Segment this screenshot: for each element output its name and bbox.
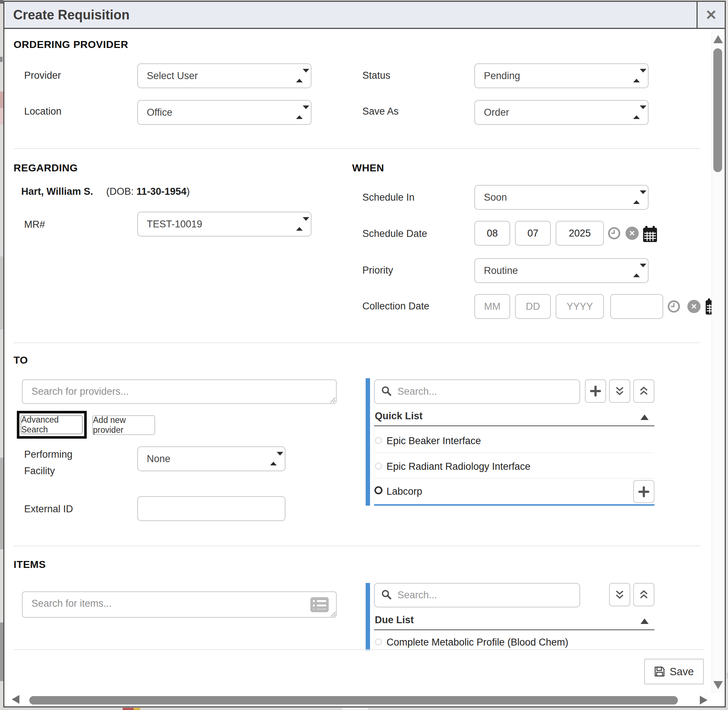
schedule-day-input[interactable] [515,221,551,246]
scroll-up-arrow-icon[interactable] [713,35,723,43]
scroll-down-arrow-icon[interactable] [713,681,723,689]
quick-list-search[interactable] [374,379,580,404]
scroll-left-arrow-icon[interactable] [12,695,19,704]
ordering-provider-header: ORDERING PROVIDER [13,39,128,51]
provider-select[interactable]: Select User [137,63,312,88]
updown-caret-icon [270,456,277,462]
status-select[interactable]: Pending [475,63,649,88]
to-header: TO [13,355,28,366]
patient-dob: (DOB: 11-30-1954) [106,186,190,197]
mr-label: MR# [24,219,45,230]
mr-select[interactable]: TEST-10019 [137,212,312,236]
provider-value: Select User [147,70,290,82]
background-fragment [0,622,3,681]
collection-year-input[interactable] [556,294,604,319]
double-chevron-up-icon [639,386,649,396]
due-list-title: Due List [375,615,414,626]
background-fragment [342,708,368,710]
close-button[interactable]: ✕ [697,2,725,28]
radio-selected-icon[interactable] [374,486,382,494]
due-list-search[interactable] [374,583,580,607]
plus-icon [590,386,601,396]
save-as-label: Save As [362,106,398,117]
schedule-in-value: Soon [484,192,627,203]
status-value: Pending [484,70,627,82]
schedule-in-select[interactable]: Soon [475,185,649,210]
schedule-year-input[interactable] [556,221,604,246]
expand-all-button[interactable] [633,379,655,403]
collection-month-input[interactable] [475,294,510,319]
background-fragment [133,708,140,710]
provider-search-input[interactable] [22,379,337,404]
background-fragment [0,108,3,125]
collection-day-input[interactable] [515,294,551,319]
due-list-collapse-icon[interactable] [640,619,649,624]
double-chevron-down-icon [615,589,624,600]
item-search-input[interactable] [22,591,337,618]
quick-list-bottom-border [374,504,655,506]
updown-caret-icon [633,267,640,274]
horizontal-scrollbar-thumb[interactable] [29,696,678,704]
double-chevron-down-icon [615,386,624,396]
advanced-search-button[interactable]: Advanced Search [21,415,83,434]
background-fragment [0,256,3,330]
section-divider [13,342,700,343]
collection-date-calendar-icon[interactable] [706,298,712,315]
priority-value: Routine [484,265,627,276]
list-item[interactable]: Epic Beaker Interface [387,436,481,447]
list-item[interactable]: Complete Metabolic Profile (Blood Chem) [387,637,568,648]
collapse-all-button[interactable] [609,583,630,606]
status-label: Status [362,70,391,81]
schedule-date-calendar-icon[interactable] [643,226,657,244]
save-icon [654,666,665,677]
add-labcorp-plus-button[interactable] [633,480,655,503]
add-new-provider-button[interactable]: Add new provider [92,415,155,435]
schedule-month-input[interactable] [475,221,510,246]
schedule-date-clear-icon[interactable]: ✕ [625,227,639,240]
row-divider [374,453,655,453]
vertical-scrollbar-thumb[interactable] [713,48,722,172]
background-fragment [0,0,3,4]
collapse-all-button[interactable] [609,379,630,403]
due-list-search-input[interactable] [397,590,573,601]
quick-list-accent-bar [366,378,370,506]
schedule-time-clock-icon[interactable] [608,227,620,239]
due-list-header-underline [374,629,655,630]
location-select[interactable]: Office [137,100,312,125]
collection-date-clear-icon[interactable]: ✕ [687,300,700,313]
patient-info: Hart, William S. (DOB: 11-30-1954) [21,186,190,197]
performing-facility-select[interactable]: None [137,446,286,471]
collection-time-clock-icon[interactable] [668,300,680,313]
radio-icon[interactable] [375,638,382,645]
quick-list-search-input[interactable] [397,386,573,397]
expand-all-button[interactable] [633,583,655,606]
location-value: Office [147,107,290,118]
schedule-date-label: Schedule Date [362,228,427,239]
due-list-accent-bar [366,583,370,650]
save-as-select[interactable]: Order [475,100,649,125]
provider-label: Provider [24,70,61,81]
radio-icon[interactable] [375,437,382,444]
radio-icon[interactable] [375,462,382,470]
updown-caret-icon [296,109,303,116]
scroll-right-arrow-icon[interactable] [700,696,707,704]
priority-select[interactable]: Routine [475,258,649,283]
close-icon: ✕ [705,7,717,23]
quick-list-collapse-icon[interactable] [640,415,649,420]
collection-time-input[interactable] [610,294,663,319]
updown-caret-icon [633,109,640,116]
performing-facility-label: Performing [24,449,72,460]
item-list-picker-icon[interactable] [311,597,329,612]
external-id-input[interactable] [137,496,286,521]
background-fragment [727,673,728,679]
list-item[interactable]: Labcorp [387,486,422,497]
background-right-strip [726,0,728,710]
save-as-value: Order [484,107,627,118]
plus-icon [638,486,649,497]
quick-list-header-underline [374,425,655,426]
items-header: ITEMS [13,559,46,571]
save-button[interactable]: Save [644,659,704,684]
priority-label: Priority [362,265,393,276]
add-provider-plus-button[interactable] [585,379,606,403]
list-item[interactable]: Epic Radiant Radiology Interface [387,461,530,472]
